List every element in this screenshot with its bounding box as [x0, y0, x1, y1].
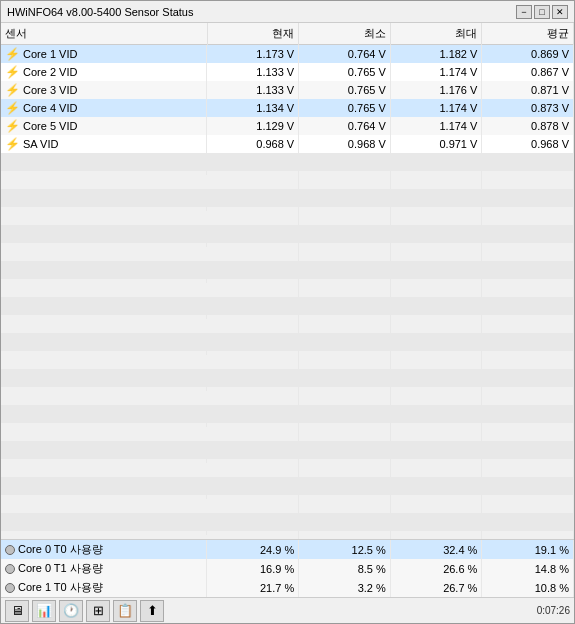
lightning-icon: ⚡ — [5, 65, 20, 79]
sensor-current: 1.173 V — [207, 45, 299, 64]
sensor-min: 0.764 V — [299, 117, 391, 135]
header-min: 최소 — [299, 23, 391, 45]
empty-row — [1, 405, 574, 423]
lightning-icon: ⚡ — [5, 137, 20, 151]
bottom-sensor-current: 21.7 % — [207, 578, 299, 597]
bottom-sensor-name-cell: Core 1 T0 사용량 — [1, 578, 207, 597]
sensor-avg: 0.871 V — [482, 81, 574, 99]
circle-icon — [5, 545, 15, 555]
empty-row — [1, 297, 574, 315]
bottom-sensor-min: 12.5 % — [299, 540, 391, 559]
maximize-button[interactable]: □ — [534, 5, 550, 19]
copy-icon-btn[interactable]: 📋 — [113, 600, 137, 622]
circle-icon — [5, 583, 15, 593]
bottom-sensor-avg: 14.8 % — [482, 559, 574, 578]
sensor-label: Core 3 VID — [23, 84, 77, 96]
sensor-current: 1.134 V — [207, 99, 299, 117]
sensor-name-cell: ⚡Core 1 VID — [1, 45, 207, 63]
sensor-name-cell: ⚡Core 3 VID — [1, 81, 207, 99]
empty-row — [1, 459, 574, 477]
monitor-icon-btn[interactable]: 🖥 — [5, 600, 29, 622]
close-button[interactable]: ✕ — [552, 5, 568, 19]
sensor-max: 1.176 V — [390, 81, 482, 99]
status-icon-group: 🖥 📊 🕐 ⊞ 📋 ⬆ — [5, 600, 533, 622]
sensor-name-cell: ⚡Core 2 VID — [1, 63, 207, 81]
sensor-min: 0.764 V — [299, 45, 391, 64]
title-bar-buttons: − □ ✕ — [516, 5, 568, 19]
bottom-sensor-label: Core 1 T0 사용량 — [18, 580, 103, 595]
sensor-min: 0.968 V — [299, 135, 391, 153]
window-title: HWiNFO64 v8.00-5400 Sensor Status — [7, 6, 516, 18]
sensor-table: 센서 현재 최소 최대 평균 ⚡Core 1 VID1.173 V0.764 V… — [1, 23, 574, 539]
sensor-avg: 0.968 V — [482, 135, 574, 153]
sensor-avg: 0.869 V — [482, 45, 574, 64]
bottom-sensor-label: Core 0 T0 사용량 — [18, 542, 103, 557]
sensor-max: 1.174 V — [390, 99, 482, 117]
empty-row — [1, 207, 574, 225]
empty-row — [1, 279, 574, 297]
sensor-name-cell: ⚡Core 5 VID — [1, 117, 207, 135]
bottom-sensor-current: 16.9 % — [207, 559, 299, 578]
bottom-sensor-table: Core 0 T0 사용량24.9 %12.5 %32.4 %19.1 %Cor… — [1, 540, 574, 597]
sensor-current: 1.133 V — [207, 81, 299, 99]
lightning-icon: ⚡ — [5, 119, 20, 133]
title-bar: HWiNFO64 v8.00-5400 Sensor Status − □ ✕ — [1, 1, 574, 23]
bottom-sensor-avg: 10.8 % — [482, 578, 574, 597]
bottom-sensor-name-cell: Core 0 T1 사용량 — [1, 559, 207, 578]
sensor-max: 1.174 V — [390, 117, 482, 135]
sensor-rows: ⚡Core 1 VID1.173 V0.764 V1.182 V0.869 V⚡… — [1, 45, 574, 540]
bottom-sensor-min: 3.2 % — [299, 578, 391, 597]
table-row: ⚡Core 1 VID1.173 V0.764 V1.182 V0.869 V — [1, 45, 574, 64]
sensor-avg: 0.867 V — [482, 63, 574, 81]
bottom-table-row: Core 1 T0 사용량21.7 %3.2 %26.7 %10.8 % — [1, 578, 574, 597]
bottom-sensor-avg: 19.1 % — [482, 540, 574, 559]
empty-row — [1, 495, 574, 513]
empty-row — [1, 171, 574, 189]
empty-row — [1, 243, 574, 261]
sensor-max: 1.182 V — [390, 45, 482, 64]
sensor-label: SA VID — [23, 138, 58, 150]
empty-row — [1, 387, 574, 405]
clock-icon-btn[interactable]: 🕐 — [59, 600, 83, 622]
bottom-sensor-max: 26.7 % — [390, 578, 482, 597]
empty-row — [1, 513, 574, 531]
table-row: ⚡SA VID0.968 V0.968 V0.971 V0.968 V — [1, 135, 574, 153]
bottom-sensor-max: 32.4 % — [390, 540, 482, 559]
sensor-avg: 0.873 V — [482, 99, 574, 117]
bottom-table-row: Core 0 T1 사용량16.9 %8.5 %26.6 %14.8 % — [1, 559, 574, 578]
empty-row — [1, 153, 574, 171]
lightning-icon: ⚡ — [5, 101, 20, 115]
bottom-sensor-min: 8.5 % — [299, 559, 391, 578]
empty-row — [1, 369, 574, 387]
sensor-name-cell: ⚡Core 4 VID — [1, 99, 207, 117]
lightning-icon: ⚡ — [5, 47, 20, 61]
table-row: ⚡Core 4 VID1.134 V0.765 V1.174 V0.873 V — [1, 99, 574, 117]
sensor-name-cell: ⚡SA VID — [1, 135, 207, 153]
table-row: ⚡Core 2 VID1.133 V0.765 V1.174 V0.867 V — [1, 63, 574, 81]
bottom-sensor-label: Core 0 T1 사용량 — [18, 561, 103, 576]
header-sensor: 센서 — [1, 23, 207, 45]
chart-icon-btn[interactable]: 📊 — [32, 600, 56, 622]
header-avg: 평균 — [482, 23, 574, 45]
sensor-min: 0.765 V — [299, 99, 391, 117]
header-current: 현재 — [207, 23, 299, 45]
header-max: 최대 — [390, 23, 482, 45]
export-icon-btn[interactable]: ⬆ — [140, 600, 164, 622]
sensor-min: 0.765 V — [299, 81, 391, 99]
grid-icon-btn[interactable]: ⊞ — [86, 600, 110, 622]
minimize-button[interactable]: − — [516, 5, 532, 19]
sensor-label: Core 4 VID — [23, 102, 77, 114]
circle-icon — [5, 564, 15, 574]
bottom-sensor-name-cell: Core 0 T0 사용량 — [1, 540, 207, 559]
bottom-sensor-current: 24.9 % — [207, 540, 299, 559]
bottom-section: Core 0 T0 사용량24.9 %12.5 %32.4 %19.1 %Cor… — [1, 539, 574, 597]
bottom-sensor-rows: Core 0 T0 사용량24.9 %12.5 %32.4 %19.1 %Cor… — [1, 540, 574, 597]
sensor-table-container: 센서 현재 최소 최대 평균 ⚡Core 1 VID1.173 V0.764 V… — [1, 23, 574, 539]
sensor-max: 1.174 V — [390, 63, 482, 81]
sensor-label: Core 2 VID — [23, 66, 77, 78]
bottom-table-row: Core 0 T0 사용량24.9 %12.5 %32.4 %19.1 % — [1, 540, 574, 559]
sensor-current: 1.133 V — [207, 63, 299, 81]
status-bar: 🖥 📊 🕐 ⊞ 📋 ⬆ 0:07:26 — [1, 597, 574, 623]
empty-row — [1, 225, 574, 243]
empty-row — [1, 351, 574, 369]
